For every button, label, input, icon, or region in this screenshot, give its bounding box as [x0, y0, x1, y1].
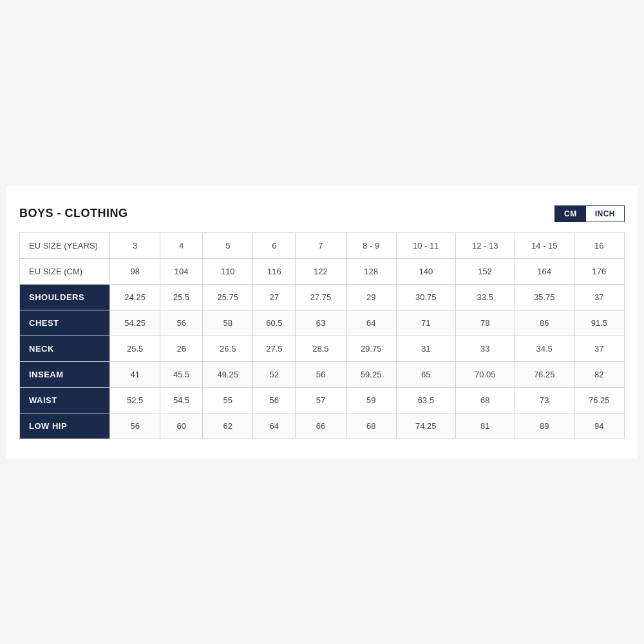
cell-2-9: 37 [574, 336, 624, 361]
cell-0-7: 33.5 [455, 284, 515, 310]
cell-4-2: 55 [203, 387, 253, 413]
cell-1-8: 86 [515, 310, 574, 336]
table-row: NECK25.52626.527.528.529.75313334.537 [20, 336, 625, 361]
col-header-2: 5 [203, 232, 253, 258]
cell-3-8: 76.25 [515, 361, 574, 387]
unit-toggle[interactable]: CM INCH [554, 205, 625, 222]
col-header-8: 14 - 15 [515, 232, 574, 258]
col-header-7: 12 - 13 [455, 232, 515, 258]
cell-4-8: 73 [515, 387, 574, 413]
cell-1-5: 64 [346, 310, 396, 336]
cell-0-8: 35.75 [515, 284, 574, 310]
cell-1-1: 56 [160, 310, 203, 336]
cell-3-2: 49.25 [203, 361, 253, 387]
cell-1-7: 78 [455, 310, 515, 336]
eu-size-cm-val-3: 116 [253, 258, 296, 284]
cell-1-9: 91.5 [574, 310, 624, 336]
eu-size-cm-val-1: 104 [160, 258, 203, 284]
header-row-years: EU SIZE (YEARS) 3 4 5 6 7 8 - 9 10 - 11 … [20, 232, 625, 258]
table-row: INSEAM4145.549.25525659.256570.0576.2582 [20, 361, 625, 387]
cell-0-1: 25.5 [160, 284, 203, 310]
cell-5-4: 66 [296, 413, 346, 439]
cell-1-6: 71 [396, 310, 455, 336]
cell-1-0: 54.25 [110, 310, 160, 336]
header-row: BOYS - CLOTHING CM INCH [19, 205, 625, 222]
row-label-1: CHEST [20, 310, 110, 336]
cell-3-9: 82 [574, 361, 624, 387]
col-header-3: 6 [253, 232, 296, 258]
cell-2-7: 33 [455, 336, 515, 361]
eu-size-cm-val-8: 164 [515, 258, 574, 284]
eu-size-cm-label: EU SIZE (CM) [20, 258, 110, 284]
cell-3-3: 52 [253, 361, 296, 387]
cell-4-6: 63.5 [396, 387, 455, 413]
table-row: WAIST52.554.55556575963.5687376.25 [20, 387, 625, 413]
col-header-9: 16 [574, 232, 624, 258]
cell-4-3: 56 [253, 387, 296, 413]
cell-0-3: 27 [253, 284, 296, 310]
cell-5-8: 89 [515, 413, 574, 439]
row-label-0: SHOULDERS [20, 284, 110, 310]
page-wrapper: BOYS - CLOTHING CM INCH EU SIZE (YEARS) … [6, 186, 638, 459]
col-header-5: 8 - 9 [346, 232, 396, 258]
col-header-1: 4 [160, 232, 203, 258]
cell-4-1: 54.5 [160, 387, 203, 413]
cell-0-6: 30.75 [396, 284, 455, 310]
cell-1-2: 58 [203, 310, 253, 336]
cell-2-6: 31 [396, 336, 455, 361]
cell-4-4: 57 [296, 387, 346, 413]
cell-5-2: 62 [203, 413, 253, 439]
cell-0-9: 37 [574, 284, 624, 310]
cell-1-4: 63 [296, 310, 346, 336]
cm-button[interactable]: CM [555, 206, 586, 222]
cell-4-7: 68 [455, 387, 515, 413]
cell-3-5: 59.25 [346, 361, 396, 387]
col-header-6: 10 - 11 [396, 232, 455, 258]
table-row: LOW HIP56606264666874.25818994 [20, 413, 625, 439]
cell-3-6: 65 [396, 361, 455, 387]
eu-size-cm-val-4: 122 [296, 258, 346, 284]
cell-3-0: 41 [110, 361, 160, 387]
row-label-3: INSEAM [20, 361, 110, 387]
cell-5-5: 68 [346, 413, 396, 439]
cell-4-0: 52.5 [110, 387, 160, 413]
cell-4-9: 76.25 [574, 387, 624, 413]
table-row: CHEST54.25565860.5636471788691.5 [20, 310, 625, 336]
eu-size-cm-val-6: 140 [396, 258, 455, 284]
cell-5-9: 94 [574, 413, 624, 439]
cell-5-6: 74.25 [396, 413, 455, 439]
cell-3-1: 45.5 [160, 361, 203, 387]
cell-3-7: 70.05 [455, 361, 515, 387]
cell-2-2: 26.5 [203, 336, 253, 361]
cell-5-1: 60 [160, 413, 203, 439]
cell-2-0: 25.5 [110, 336, 160, 361]
col-header-0: 3 [110, 232, 160, 258]
cell-2-5: 29.75 [346, 336, 396, 361]
cell-5-3: 64 [253, 413, 296, 439]
col-header-4: 7 [296, 232, 346, 258]
eu-size-cm-val-0: 98 [110, 258, 160, 284]
cell-3-4: 56 [296, 361, 346, 387]
eu-size-cm-val-5: 128 [346, 258, 396, 284]
cell-0-2: 25.75 [203, 284, 253, 310]
cell-2-4: 28.5 [296, 336, 346, 361]
cell-0-0: 24.25 [110, 284, 160, 310]
row-label-2: NECK [20, 336, 110, 361]
cell-2-1: 26 [160, 336, 203, 361]
eu-size-cm-row: EU SIZE (CM)9810411011612212814015216417… [20, 258, 625, 284]
table-row: SHOULDERS24.2525.525.752727.752930.7533.… [20, 284, 625, 310]
cell-5-7: 81 [455, 413, 515, 439]
cell-0-4: 27.75 [296, 284, 346, 310]
cell-1-3: 60.5 [253, 310, 296, 336]
size-table: EU SIZE (YEARS) 3 4 5 6 7 8 - 9 10 - 11 … [19, 232, 625, 439]
row-label-4: WAIST [20, 387, 110, 413]
cell-0-5: 29 [346, 284, 396, 310]
cell-2-3: 27.5 [253, 336, 296, 361]
eu-size-cm-val-9: 176 [574, 258, 624, 284]
row-label-5: LOW HIP [20, 413, 110, 439]
eu-size-years-header: EU SIZE (YEARS) [20, 232, 110, 258]
cell-5-0: 56 [110, 413, 160, 439]
inch-button[interactable]: INCH [586, 206, 624, 222]
eu-size-cm-val-7: 152 [455, 258, 515, 284]
cell-4-5: 59 [346, 387, 396, 413]
